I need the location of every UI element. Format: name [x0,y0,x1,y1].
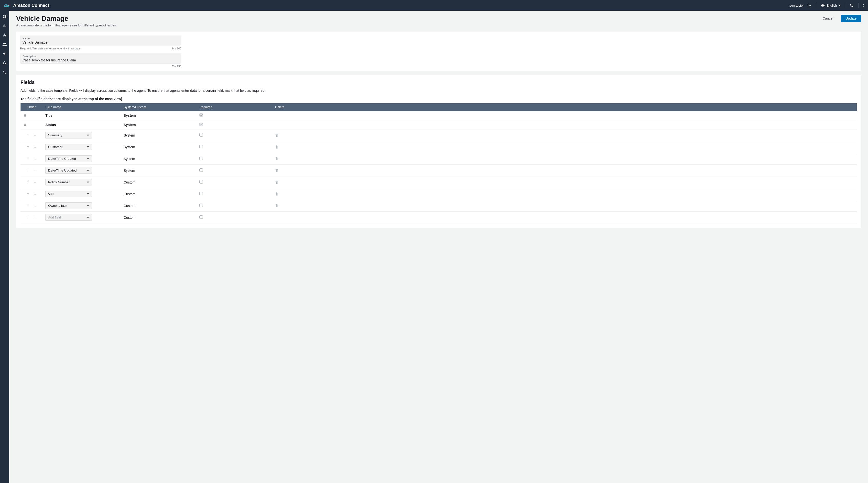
name-label: Name [23,37,179,40]
svg-rect-37 [276,170,278,172]
col-required: Required [196,103,272,111]
phone-nav-icon[interactable] [2,70,7,75]
field-type: System [121,111,196,120]
field-name-select[interactable]: Add field [45,214,92,221]
move-up-icon[interactable] [27,169,29,172]
table-row: Date/Time CreatedSystem [21,153,857,165]
update-button[interactable]: Update [841,15,861,22]
move-up-icon[interactable] [27,146,29,148]
language-selector[interactable]: English [820,3,840,7]
lock-icon [21,120,42,130]
delete-icon[interactable] [272,141,857,153]
table-row: StatusSystem [21,120,857,130]
required-checkbox[interactable] [199,133,203,137]
field-name-label: VIN [48,192,54,196]
field-name-label: Date/Time Updated [48,169,77,172]
svg-rect-29 [276,145,277,146]
phone-icon[interactable] [849,3,854,7]
table-row: VINCustom [21,188,857,200]
move-up-icon[interactable] [27,204,29,207]
field-type: System [121,141,196,153]
chevron-down-icon [87,181,89,183]
field-name-select[interactable]: Date/Time Updated [45,167,92,174]
field-name-select[interactable]: VIN [45,191,92,197]
field-type: System [121,165,196,176]
delete-icon[interactable] [272,153,857,165]
brand-title: Amazon Connect [13,3,49,8]
routing-icon[interactable] [2,33,7,37]
delete-icon[interactable] [272,200,857,211]
svg-rect-52 [276,205,278,207]
table-row: Date/Time UpdatedSystem [21,165,857,176]
required-checkbox[interactable] [199,192,203,195]
move-up-icon[interactable] [27,157,29,160]
announce-icon[interactable] [2,51,7,56]
move-down-icon[interactable] [34,193,36,195]
field-type: Custom [121,176,196,188]
field-name-select[interactable]: Owner's fault [45,202,92,209]
move-up-icon[interactable] [27,216,29,219]
headset-icon[interactable] [2,61,7,65]
move-up-icon[interactable] [27,193,29,195]
top-fields-table: Order Field name System/Custom Required … [21,103,857,223]
svg-rect-23 [276,134,278,135]
required-checkbox[interactable] [199,157,203,160]
description-field[interactable]: Description Case Template for Insurance … [20,53,181,64]
move-down-icon[interactable] [34,157,36,160]
required-checkbox[interactable] [199,180,203,183]
col-name: Field name [42,103,121,111]
delete-icon[interactable] [272,188,857,200]
svg-point-14 [3,43,5,44]
svg-rect-47 [276,193,278,196]
move-up-icon [27,134,29,137]
delete-icon[interactable] [272,130,857,141]
svg-rect-34 [276,157,277,158]
move-down-icon[interactable] [34,134,36,137]
svg-rect-33 [276,158,278,158]
name-field[interactable]: Name Vehicle Damage [20,35,181,46]
metrics-icon[interactable] [2,24,7,28]
logout-icon[interactable] [807,3,811,7]
main-content: Vehicle Damage A case template is the fo… [9,11,868,483]
delete-icon[interactable] [272,176,857,188]
required-checkbox[interactable] [199,215,203,219]
template-info-card: Name Vehicle Damage Required. Template n… [16,32,861,71]
users-icon[interactable] [2,42,7,47]
svg-rect-32 [276,158,278,160]
dashboard-icon[interactable] [2,14,7,19]
svg-rect-54 [276,204,277,204]
field-name-select[interactable]: Date/Time Created [45,155,92,162]
svg-rect-42 [276,181,278,184]
chevron-down-icon [87,135,89,136]
field-name-label: Policy Number [48,180,70,184]
required-checkbox[interactable] [199,168,203,172]
name-value: Vehicle Damage [23,40,179,44]
help-icon[interactable]: ? [863,4,865,7]
brand-block: Amazon Connect [3,2,49,8]
field-name-label: Summary [48,133,62,137]
cancel-button[interactable]: Cancel [818,15,838,22]
required-checkbox[interactable] [199,145,203,148]
required-checkbox[interactable] [199,204,203,207]
fields-title: Fields [21,80,857,85]
field-name-select[interactable]: Policy Number [45,179,92,186]
move-down-icon[interactable] [34,181,36,183]
name-counter: 14 / 100 [172,47,181,50]
chevron-down-icon [838,5,840,6]
page-title: Vehicle Damage [16,15,117,23]
field-name-select[interactable]: Summary [45,132,92,139]
col-order: Order [21,103,42,111]
move-down-icon[interactable] [34,169,36,172]
move-down-icon[interactable] [34,146,36,148]
language-label: English [827,4,837,7]
svg-rect-28 [276,146,278,146]
move-down-icon[interactable] [34,204,36,207]
field-name-select[interactable]: Customer [45,144,92,150]
description-label: Description [23,55,179,58]
table-row: SummarySystem [21,130,857,141]
svg-rect-39 [276,169,277,169]
delete-icon[interactable] [272,165,857,176]
top-fields-title: Top fields (fields that are displayed at… [21,97,857,101]
description-counter: 33 / 255 [172,65,181,68]
move-up-icon[interactable] [27,181,29,183]
